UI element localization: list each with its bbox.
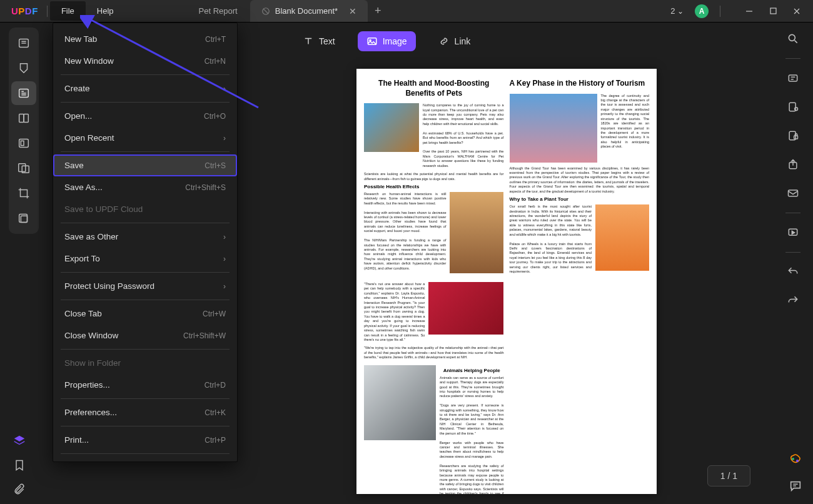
email-button[interactable] bbox=[782, 182, 804, 204]
doc-heading: A Key Phase in the History of Tourism bbox=[510, 79, 649, 89]
search-button[interactable] bbox=[782, 28, 804, 50]
tool-crop[interactable] bbox=[11, 181, 36, 205]
svg-rect-7 bbox=[21, 141, 24, 145]
tab-label: Pet Report bbox=[199, 6, 238, 16]
menu-open-recent[interactable]: Open Recent› bbox=[53, 127, 237, 149]
menu-save-as[interactable]: Save As...Ctrl+Shift+S bbox=[53, 176, 237, 198]
divider bbox=[61, 453, 230, 454]
minimize-button[interactable] bbox=[738, 3, 760, 20]
tab-pet-report[interactable]: Pet Report bbox=[188, 0, 249, 22]
menu-help[interactable]: Help bbox=[86, 1, 125, 21]
divider bbox=[785, 58, 800, 59]
svg-rect-10 bbox=[21, 190, 28, 197]
watermark-button[interactable] bbox=[782, 96, 804, 118]
chevron-down-icon: ⌄ bbox=[677, 7, 684, 16]
ocr-button[interactable] bbox=[782, 67, 804, 89]
close-icon[interactable]: ✕ bbox=[349, 6, 356, 16]
menu-new-window[interactable]: New WindowCtrl+N bbox=[53, 50, 237, 72]
text-icon bbox=[303, 36, 314, 47]
doc-image[interactable] bbox=[450, 192, 503, 273]
vertical-scrollbar[interactable] bbox=[769, 63, 774, 463]
chevron-right-icon: › bbox=[223, 134, 226, 143]
add-tab-button[interactable]: + bbox=[369, 4, 386, 18]
link-icon bbox=[438, 36, 450, 47]
menu-properties[interactable]: Properties...Ctrl+D bbox=[53, 374, 237, 396]
document-icon bbox=[261, 7, 270, 16]
slideshow-button[interactable] bbox=[782, 221, 804, 244]
menu-preferences[interactable]: Preferences...Ctrl+K bbox=[53, 401, 237, 423]
tool-compress[interactable] bbox=[11, 206, 36, 230]
close-window-button[interactable] bbox=[785, 3, 808, 20]
document-tabs: Pet Report Blank Document* ✕ + bbox=[188, 0, 387, 22]
tool-reader[interactable] bbox=[11, 31, 36, 55]
chevron-right-icon: › bbox=[223, 84, 226, 93]
tool-convert[interactable] bbox=[11, 156, 36, 180]
toolbar-text-button[interactable]: Text bbox=[294, 31, 344, 51]
menu-save-cloud: Save to UPDF Cloud bbox=[53, 198, 237, 220]
menu-save-other[interactable]: Save as Other› bbox=[53, 226, 237, 248]
doc-paragraph: Animals can serve as a source of comfort… bbox=[440, 376, 503, 494]
svg-rect-1 bbox=[770, 8, 776, 14]
share-button[interactable] bbox=[782, 153, 804, 176]
menu-create[interactable]: Create› bbox=[53, 78, 237, 99]
doc-heading: The Health and Mood-Boosting Benefits of… bbox=[364, 79, 503, 98]
right-sidebar bbox=[779, 28, 807, 312]
redo-button[interactable] bbox=[782, 290, 804, 312]
divider bbox=[61, 300, 230, 300]
layers-icon[interactable] bbox=[13, 434, 26, 450]
menu-protect-password[interactable]: Protect Using Password› bbox=[53, 275, 237, 297]
bookmark-icon[interactable] bbox=[13, 459, 26, 474]
left-sidebar bbox=[9, 28, 39, 234]
divider bbox=[61, 102, 230, 103]
tab-label: Blank Document* bbox=[275, 6, 338, 16]
svg-point-26 bbox=[796, 460, 799, 462]
menu-close-window[interactable]: Close WindowCtrl+Shift+W bbox=[53, 325, 237, 346]
divider bbox=[61, 223, 230, 223]
svg-rect-23 bbox=[789, 190, 798, 196]
doc-paragraph: The degree of continuity and big change … bbox=[601, 94, 649, 163]
protect-button[interactable] bbox=[782, 124, 804, 147]
doc-image[interactable] bbox=[595, 204, 649, 271]
undo-button[interactable] bbox=[782, 261, 804, 283]
comment-icon[interactable] bbox=[789, 479, 802, 495]
doc-image[interactable] bbox=[428, 282, 503, 335]
svg-rect-5 bbox=[24, 114, 28, 123]
toolbar-link-button[interactable]: Link bbox=[430, 31, 480, 51]
tool-highlight[interactable] bbox=[11, 56, 36, 80]
menu-save[interactable]: SaveCtrl+S bbox=[53, 154, 237, 176]
zoom-indicator[interactable]: 2 ⌄ bbox=[668, 4, 686, 18]
tab-blank-document[interactable]: Blank Document* ✕ bbox=[250, 0, 368, 22]
menu-close-tab[interactable]: Close TabCtrl+W bbox=[53, 303, 237, 325]
chevron-right-icon: › bbox=[223, 233, 226, 241]
divider bbox=[61, 398, 230, 399]
menu-show-in-folder: Show in Folder bbox=[53, 352, 237, 374]
doc-subheading: Possible Health Effects bbox=[364, 184, 503, 189]
divider bbox=[61, 349, 230, 350]
divider bbox=[785, 213, 800, 213]
document-page[interactable]: The Health and Mood-Boosting Benefits of… bbox=[356, 69, 657, 494]
menu-open[interactable]: Open...Ctrl+O bbox=[53, 105, 237, 127]
menu-export-to[interactable]: Export To› bbox=[53, 248, 237, 270]
toolbar-image-button[interactable]: Image bbox=[358, 31, 416, 51]
doc-paragraph: "We're trying to tap into the subjective… bbox=[364, 346, 503, 360]
tool-edit[interactable] bbox=[11, 81, 36, 105]
left-sidebar-bottom bbox=[13, 434, 26, 498]
menu-print[interactable]: Print...Ctrl+P bbox=[53, 429, 237, 451]
user-avatar[interactable]: A bbox=[695, 4, 709, 18]
divider bbox=[785, 252, 800, 253]
tool-organize[interactable] bbox=[11, 131, 36, 155]
doc-image[interactable] bbox=[364, 365, 436, 440]
file-menu-dropdown: New TabCtrl+T New WindowCtrl+N Create› O… bbox=[53, 23, 238, 462]
edit-toolbar: Text Image Link bbox=[294, 31, 479, 51]
menu-new-tab[interactable]: New TabCtrl+T bbox=[53, 28, 237, 50]
tool-form[interactable] bbox=[11, 106, 36, 130]
doc-paragraph: Our small herb is the most sought after … bbox=[510, 204, 592, 274]
doc-image[interactable] bbox=[510, 94, 597, 163]
maximize-button[interactable] bbox=[762, 3, 784, 20]
ai-assistant-icon[interactable] bbox=[788, 453, 803, 470]
attachment-icon[interactable] bbox=[13, 483, 26, 498]
titlebar: UPDF File Help Pet Report Blank Document… bbox=[0, 0, 813, 23]
doc-image[interactable] bbox=[364, 103, 419, 152]
menu-file[interactable]: File bbox=[50, 1, 86, 21]
page-indicator[interactable]: 1 / 1 bbox=[707, 465, 750, 486]
